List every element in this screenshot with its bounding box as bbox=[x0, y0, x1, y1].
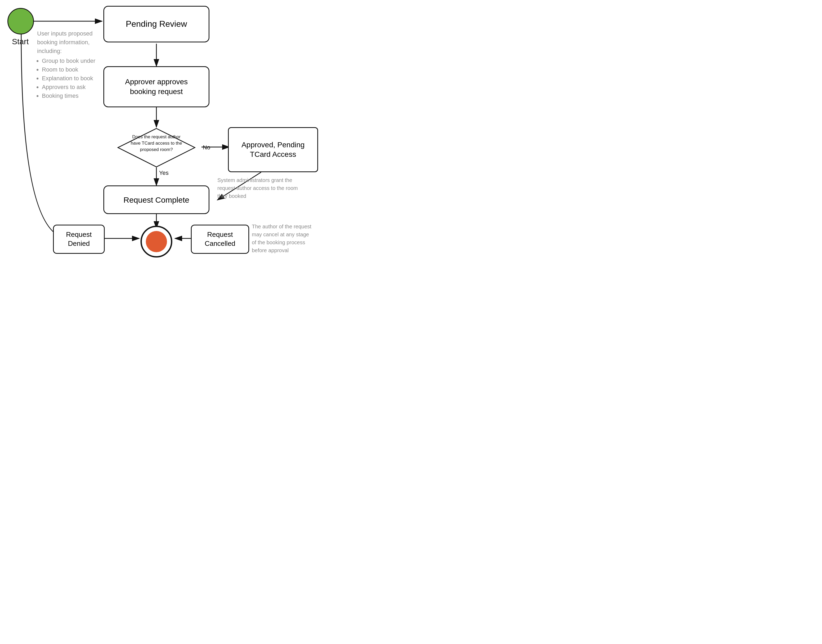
approved-pending-label: Approved, Pending TCard Access bbox=[241, 140, 304, 159]
start-label: Start bbox=[12, 37, 29, 46]
diagram-container: Start User inputs proposed booking infor… bbox=[0, 0, 329, 258]
request-complete-box: Request Complete bbox=[103, 186, 209, 214]
start-annotation: User inputs proposed booking information… bbox=[37, 29, 111, 100]
bullet-group: Group to book under bbox=[42, 57, 111, 65]
tcard-diamond: Does the request author have TCard acces… bbox=[117, 127, 196, 168]
cancel-note-text: The author of the request may cancel at … bbox=[252, 224, 312, 253]
pending-review-box: Pending Review bbox=[103, 6, 209, 42]
cancel-note: The author of the request may cancel at … bbox=[252, 222, 326, 254]
pending-review-label: Pending Review bbox=[126, 18, 187, 30]
start-circle bbox=[8, 8, 34, 34]
yes-label: Yes bbox=[159, 169, 169, 177]
request-complete-label: Request Complete bbox=[123, 195, 189, 205]
diamond-svg: Does the request author have TCard acces… bbox=[117, 127, 196, 168]
admin-note-text: System administrators grant the request … bbox=[217, 177, 298, 199]
request-denied-box: Request Denied bbox=[53, 225, 105, 254]
approver-approves-label: Approver approves booking request bbox=[125, 77, 188, 97]
admin-note: System administrators grant the request … bbox=[217, 176, 307, 200]
diamond-label: Does the request author have TCard acces… bbox=[130, 134, 183, 153]
bullet-explanation: Explanation to book bbox=[42, 74, 111, 83]
start-info-text: User inputs proposed booking information… bbox=[37, 30, 92, 54]
request-denied-label: Request Denied bbox=[66, 230, 92, 248]
approver-approves-box: Approver approves booking request bbox=[103, 66, 209, 107]
bullet-room: Room to book bbox=[42, 65, 111, 74]
request-cancelled-box: Request Cancelled bbox=[191, 225, 249, 254]
approved-pending-box: Approved, Pending TCard Access bbox=[228, 127, 318, 172]
no-label: No bbox=[203, 144, 210, 152]
request-cancelled-label: Request Cancelled bbox=[204, 230, 235, 248]
end-circle-inner bbox=[146, 231, 167, 252]
bullet-approvers: Approvers to ask bbox=[42, 83, 111, 91]
start-label-text: Start bbox=[12, 37, 29, 46]
bullet-booking-times: Booking times bbox=[42, 91, 111, 100]
